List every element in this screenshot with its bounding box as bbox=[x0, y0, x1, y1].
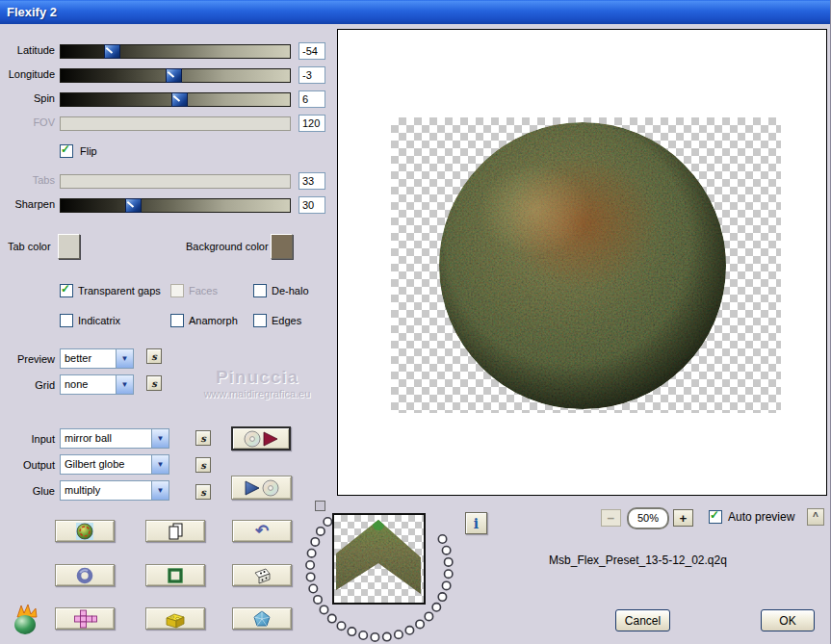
zoom-in-button[interactable]: + bbox=[673, 509, 693, 527]
ring-icon bbox=[75, 566, 94, 585]
preset-dial-dot[interactable] bbox=[416, 620, 424, 628]
undo-button[interactable]: ↶ bbox=[232, 520, 292, 542]
chevron-down-icon[interactable]: ▼ bbox=[116, 375, 133, 394]
window-title: Flexify 2 bbox=[0, 5, 57, 19]
preset-dial-dot[interactable] bbox=[445, 558, 453, 566]
copy-button[interactable] bbox=[145, 520, 205, 542]
preset-dial-dot[interactable] bbox=[442, 547, 450, 554]
spin-slider[interactable] bbox=[60, 92, 291, 107]
longitude-slider-thumb[interactable] bbox=[166, 68, 182, 83]
preset-dial-dot[interactable] bbox=[359, 631, 367, 639]
output-s-button[interactable]: s bbox=[195, 457, 211, 473]
anamorph-checkbox[interactable] bbox=[170, 314, 184, 327]
chevron-down-icon[interactable]: ▼ bbox=[151, 429, 169, 448]
play-cd-icon bbox=[243, 479, 281, 497]
info-button[interactable]: i bbox=[465, 512, 487, 534]
preset-dial-dot[interactable] bbox=[306, 573, 314, 580]
fov-slider bbox=[60, 116, 291, 131]
preset-thumbnail[interactable] bbox=[332, 513, 426, 605]
tab-color-swatch[interactable] bbox=[58, 234, 80, 259]
rendered-globe bbox=[438, 121, 727, 410]
brick-button[interactable] bbox=[145, 607, 205, 630]
preset-dial-dot[interactable] bbox=[320, 605, 327, 613]
preset-dial-dot[interactable] bbox=[438, 593, 446, 601]
latitude-slider[interactable] bbox=[60, 44, 291, 59]
fov-value[interactable]: 120 bbox=[299, 115, 325, 132]
tabs-value[interactable]: 33 bbox=[299, 172, 325, 190]
preview-dropdown[interactable]: better ▼ bbox=[60, 348, 134, 369]
load-settings-button[interactable] bbox=[231, 426, 291, 451]
cube-net-button[interactable] bbox=[55, 607, 115, 630]
input-dropdown[interactable]: mirror ball ▼ bbox=[60, 428, 169, 449]
glue-s-button[interactable]: s bbox=[195, 484, 211, 500]
preset-dial-dot[interactable] bbox=[317, 528, 325, 535]
output-dropdown[interactable]: Gilbert globe ▼ bbox=[60, 454, 169, 475]
glue-dropdown[interactable]: multiply ▼ bbox=[60, 480, 169, 501]
longitude-label: Longitude bbox=[0, 68, 55, 81]
preview-s-button[interactable]: s bbox=[146, 348, 162, 364]
auto-preview-label: Auto preview bbox=[728, 510, 794, 524]
preset-dial-dot[interactable] bbox=[371, 633, 378, 641]
chevron-down-icon[interactable]: ▼ bbox=[151, 481, 169, 500]
zoom-out-button[interactable]: − bbox=[601, 509, 621, 527]
caret-button[interactable]: ^ bbox=[807, 508, 824, 526]
sharpen-slider[interactable] bbox=[60, 198, 291, 213]
transparent-gaps-label: Transparent gaps bbox=[78, 284, 161, 297]
title-bar[interactable]: Flexify 2 bbox=[0, 0, 831, 24]
preview-dropdown-value: better bbox=[65, 352, 91, 364]
preset-dial-dot[interactable] bbox=[383, 632, 391, 640]
preset-dial-dot[interactable] bbox=[314, 596, 322, 604]
transparent-gaps-checkbox[interactable] bbox=[60, 284, 73, 297]
frame-button[interactable] bbox=[145, 564, 205, 586]
de-halo-checkbox[interactable] bbox=[253, 284, 267, 297]
preset-dial-dot[interactable] bbox=[442, 581, 450, 589]
save-settings-button[interactable] bbox=[231, 476, 292, 500]
flexify-dialog: Flexify 2 Latitude -54 Longitude -3 Spin… bbox=[0, 0, 831, 644]
preset-dial-dot[interactable] bbox=[324, 518, 331, 526]
preset-dial-dot[interactable] bbox=[337, 622, 345, 630]
spin-label: Spin bbox=[0, 92, 55, 105]
preset-dial-dot[interactable] bbox=[348, 628, 355, 635]
spin-value[interactable]: 6 bbox=[299, 90, 325, 108]
preset-dial-dot[interactable] bbox=[445, 570, 453, 578]
background-color-swatch[interactable] bbox=[271, 234, 293, 259]
ok-button[interactable]: OK bbox=[761, 609, 815, 631]
polyhedron-button[interactable] bbox=[232, 607, 292, 630]
preset-dial-dot[interactable] bbox=[306, 561, 314, 569]
preset-dial-dot[interactable] bbox=[309, 584, 317, 592]
grid-dropdown[interactable]: none ▼ bbox=[60, 374, 134, 395]
fov-label: FOV bbox=[0, 116, 55, 129]
latitude-slider-thumb[interactable] bbox=[104, 44, 120, 59]
longitude-slider[interactable] bbox=[60, 68, 291, 83]
edges-label: Edges bbox=[272, 314, 301, 327]
input-s-button[interactable]: s bbox=[195, 430, 211, 446]
grid-s-button[interactable]: s bbox=[146, 375, 162, 391]
chevron-down-icon[interactable]: ▼ bbox=[151, 455, 169, 474]
edges-checkbox[interactable] bbox=[253, 314, 267, 327]
latitude-value[interactable]: -54 bbox=[299, 42, 325, 60]
indicatrix-checkbox[interactable] bbox=[60, 314, 73, 327]
preset-dial-dot[interactable] bbox=[328, 614, 336, 622]
ring-button[interactable] bbox=[55, 564, 115, 586]
preview-canvas[interactable] bbox=[337, 29, 827, 496]
preset-dial-dot[interactable] bbox=[438, 535, 446, 543]
sharpen-slider-thumb[interactable] bbox=[125, 198, 142, 213]
faces-checkbox bbox=[170, 284, 184, 297]
preset-dial-dot[interactable] bbox=[425, 612, 432, 620]
preset-dial-dot[interactable] bbox=[311, 538, 319, 546]
preset-dial-dot[interactable] bbox=[432, 604, 440, 611]
polyhedron-icon bbox=[252, 609, 272, 629]
preset-dial-dot[interactable] bbox=[395, 631, 403, 638]
auto-preview-checkbox[interactable] bbox=[709, 510, 722, 524]
chevron-down-icon[interactable]: ▼ bbox=[116, 349, 133, 368]
preset-dial-dot[interactable] bbox=[405, 627, 413, 634]
sharpen-value[interactable]: 30 bbox=[299, 196, 325, 214]
random-button[interactable] bbox=[232, 564, 292, 586]
preset-dial-dot[interactable] bbox=[307, 550, 315, 557]
longitude-value[interactable]: -3 bbox=[299, 66, 325, 84]
flip-checkbox[interactable] bbox=[60, 144, 73, 158]
spin-slider-thumb[interactable] bbox=[171, 92, 188, 107]
planet-button[interactable] bbox=[55, 520, 115, 542]
cancel-button[interactable]: Cancel bbox=[615, 609, 670, 631]
frame-icon bbox=[166, 566, 185, 585]
